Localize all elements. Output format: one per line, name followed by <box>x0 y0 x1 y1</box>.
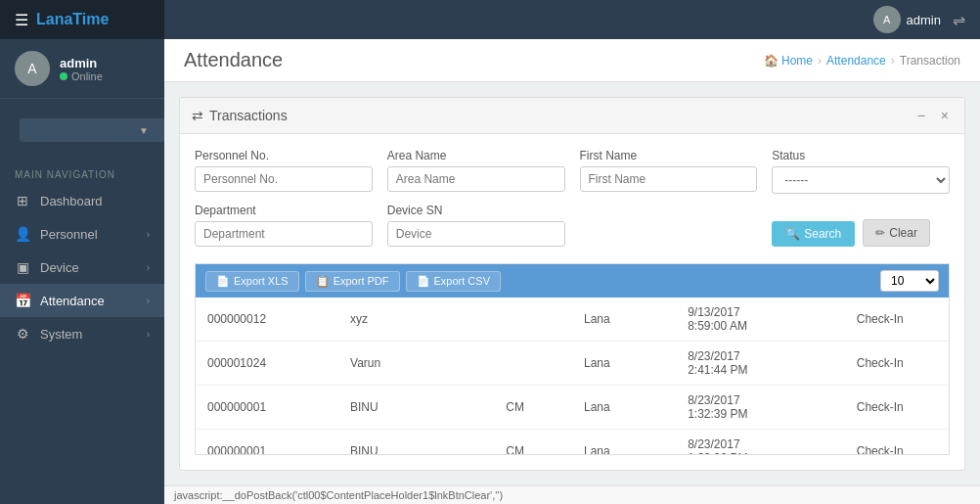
user-name: admin <box>60 56 103 70</box>
chevron-right-icon: › <box>147 262 150 273</box>
sidebar-header: ☰ LanaTime <box>0 0 164 39</box>
breadcrumb: 🏠 Home › Attendance › Transaction <box>764 54 960 68</box>
cell-status: Check-In <box>845 342 949 386</box>
cell-datetime: 8/23/2017 2:41:44 PM <box>676 342 845 386</box>
chevron-right-icon: › <box>147 329 150 340</box>
first-name-field: First Name <box>580 149 758 194</box>
export-pdf-button[interactable]: 📋 Export PDF <box>305 271 400 292</box>
cell-name: Varun <box>338 342 494 386</box>
department-input[interactable] <box>195 221 373 247</box>
topbar-avatar: A <box>873 6 901 33</box>
breadcrumb-sep2: › <box>891 54 895 68</box>
export-csv-button[interactable]: 📄 Export CSV <box>406 271 501 292</box>
close-button[interactable]: × <box>937 106 953 125</box>
attendance-icon: 📅 <box>15 293 30 308</box>
cell-personnel-no: 000001024 <box>196 342 338 386</box>
sidebar-item-label: Device <box>40 260 137 275</box>
xls-icon: 📄 <box>216 275 230 288</box>
personnel-no-field: Personnel No. <box>195 149 373 194</box>
status-select[interactable]: ------ Check-In Check-Out <box>772 166 950 194</box>
nav-section-label: MAIN NAVIGATION <box>0 161 164 184</box>
minimize-button[interactable]: − <box>913 106 929 125</box>
main-content: A admin ⇌ Attendance 🏠 Home › Attendance… <box>164 0 980 504</box>
panel-controls: − × <box>913 106 953 125</box>
topbar-user: A admin <box>873 6 941 33</box>
sidebar-item-personnel[interactable]: 👤 Personnel › <box>0 217 164 251</box>
filter-row2: Department Device SN 🔍 Search <box>195 204 950 247</box>
topbar-username: admin <box>907 13 941 27</box>
page-size-select[interactable]: 10 25 50 <box>880 270 939 292</box>
search-icon: 🔍 <box>785 227 800 241</box>
sidebar-search-select[interactable] <box>20 118 164 142</box>
chevron-right-icon: › <box>147 296 150 306</box>
dashboard-icon: ⊞ <box>15 193 30 208</box>
csv-icon: 📄 <box>417 275 430 288</box>
system-icon: ⚙ <box>15 326 30 342</box>
transactions-panel: ⇄ Transactions − × Personnel No. Area Na… <box>179 97 965 471</box>
personnel-no-label: Personnel No. <box>195 149 373 162</box>
cell-datetime: 9/13/2017 8:59:00 AM <box>676 298 845 342</box>
cell-name: xyz <box>338 298 494 342</box>
cell-personnel-no: 000000001 <box>196 430 338 455</box>
cell-status: Check-In <box>845 298 949 342</box>
cell-area: Lana <box>572 298 676 342</box>
status-dot <box>60 72 67 80</box>
transactions-icon: ⇄ <box>192 108 203 123</box>
cell-datetime: 8/23/2017 1:32:39 PM <box>676 386 845 430</box>
area-name-field: Area Name <box>387 149 565 194</box>
chevron-right-icon: › <box>147 229 150 240</box>
area-name-label: Area Name <box>387 149 565 162</box>
page-size-wrapper: 10 25 50 <box>880 270 939 292</box>
panel-title: ⇄ Transactions <box>192 108 288 123</box>
menu-icon[interactable]: ☰ <box>15 11 28 29</box>
table-row: 000000001 BINU CM Lana 8/23/2017 1:32:26… <box>196 430 949 455</box>
content-area: ⇄ Transactions − × Personnel No. Area Na… <box>164 82 980 485</box>
sidebar-item-device[interactable]: ▣ Device › <box>0 251 164 284</box>
clear-button[interactable]: ✏ Clear <box>863 219 930 247</box>
cell-status: Check-In <box>845 430 949 455</box>
share-icon[interactable]: ⇌ <box>953 11 965 29</box>
table-scroll[interactable]: 000000012 xyz Lana 9/13/2017 8:59:00 AM … <box>196 298 949 454</box>
device-sn-input[interactable] <box>387 221 565 247</box>
table-toolbar: 📄 Export XLS 📋 Export PDF 📄 Export CSV <box>196 264 949 298</box>
personnel-no-input[interactable] <box>195 166 373 192</box>
breadcrumb-attendance[interactable]: Attendance <box>826 54 886 68</box>
sidebar-item-label: Personnel <box>40 227 137 242</box>
user-info: admin Online <box>60 56 103 82</box>
sidebar-item-label: System <box>40 327 137 342</box>
personnel-icon: 👤 <box>15 226 30 242</box>
sidebar-item-dashboard[interactable]: ⊞ Dashboard <box>0 184 164 217</box>
first-name-label: First Name <box>580 149 758 162</box>
transactions-table: 000000012 xyz Lana 9/13/2017 8:59:00 AM … <box>196 298 949 454</box>
page-header: Attendance 🏠 Home › Attendance › Transac… <box>164 39 980 82</box>
device-icon: ▣ <box>15 259 30 275</box>
sidebar-item-system[interactable]: ⚙ System › <box>0 317 164 350</box>
cell-area: Lana <box>572 430 676 455</box>
status-field: Status ------ Check-In Check-Out <box>772 149 950 194</box>
department-label: Department <box>195 204 373 217</box>
user-status: Online <box>60 70 103 82</box>
sidebar-item-label: Attendance <box>40 294 137 308</box>
device-sn-label: Device SN <box>387 204 565 217</box>
breadcrumb-home[interactable]: 🏠 Home <box>764 54 813 68</box>
app-name: LanaTime <box>36 11 109 28</box>
sidebar-user: A admin Online <box>0 39 164 99</box>
cell-dept: CM <box>494 430 572 455</box>
cell-dept: CM <box>494 386 572 430</box>
cell-personnel-no: 000000012 <box>196 298 338 342</box>
eraser-icon: ✏ <box>875 226 885 240</box>
panel-header: ⇄ Transactions − × <box>180 98 964 134</box>
search-button[interactable]: 🔍 Search <box>772 221 855 247</box>
sidebar-item-attendance[interactable]: 📅 Attendance › <box>0 284 164 317</box>
area-name-input[interactable] <box>387 166 565 192</box>
breadcrumb-sep: › <box>818 54 822 68</box>
filter-buttons: 🔍 Search ✏ Clear <box>772 204 950 247</box>
first-name-input[interactable] <box>580 166 758 192</box>
export-xls-button[interactable]: 📄 Export XLS <box>205 271 299 292</box>
status-bar: javascript:__doPostBack('ctl00$ContentPl… <box>164 485 980 504</box>
cell-name: BINU <box>338 430 494 455</box>
status-bar-text: javascript:__doPostBack('ctl00$ContentPl… <box>174 489 503 501</box>
cell-dept <box>494 298 572 342</box>
panel-body: Personnel No. Area Name First Name Statu… <box>180 134 964 470</box>
cell-datetime: 8/23/2017 1:32:26 PM <box>676 430 845 455</box>
